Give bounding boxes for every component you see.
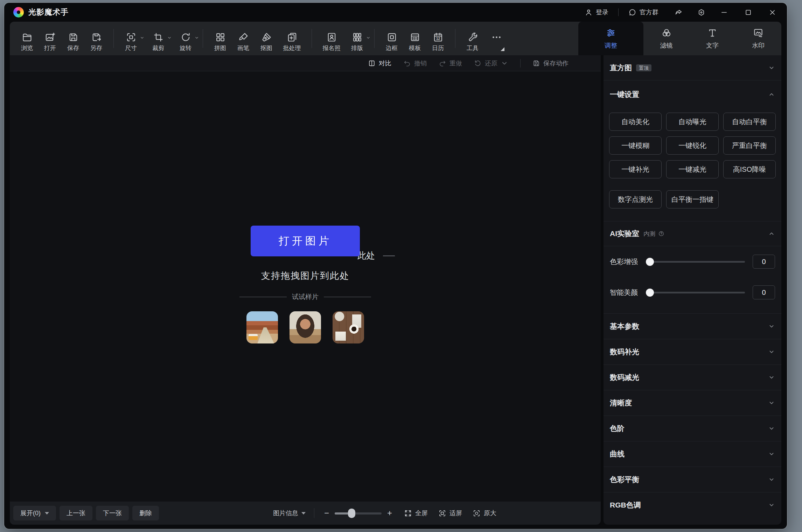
toolbar-calendar[interactable]: 日历 <box>426 26 449 51</box>
text-icon <box>707 28 718 38</box>
toolbar-tools[interactable]: 工具 <box>461 26 484 51</box>
color-enhance-slider[interactable] <box>647 261 745 263</box>
auto-white-balance-button[interactable]: 自动白平衡 <box>723 113 776 131</box>
one-key-blur-button[interactable]: 一键模糊 <box>609 136 662 155</box>
top-strip: 浏览 打开 保存 另存 尺寸 <box>10 22 781 55</box>
tab-filters[interactable]: 滤镜 <box>643 22 689 55</box>
severe-white-balance-button[interactable]: 严重白平衡 <box>723 136 776 155</box>
canvas-toolbar: 对比 撤销 重做 还原 保存动作 <box>10 55 601 71</box>
chevron-down-icon <box>768 425 775 432</box>
adjust-panel: 直方图 置顶 一键设置 自动美化 自动曝光 自动白平衡 一键模糊 一键锐化 严重… <box>604 55 781 525</box>
section-basic-params[interactable]: 基本参数 <box>604 313 781 339</box>
original-size-button[interactable]: 原大 <box>473 509 496 517</box>
toolbar-save[interactable]: 保存 <box>62 26 85 51</box>
tab-watermark[interactable]: 水印 <box>735 22 781 55</box>
redo-button[interactable]: 重做 <box>439 59 462 68</box>
toolbar-resize[interactable]: 尺寸 <box>119 26 142 51</box>
prev-image-button[interactable]: 上一张 <box>60 506 92 520</box>
toolbar-more[interactable] <box>484 26 509 51</box>
chevron-up-icon <box>768 91 775 98</box>
smart-beauty-value[interactable]: 0 <box>753 285 775 299</box>
person-icon <box>585 8 593 16</box>
fit-screen-button[interactable]: 适屏 <box>438 509 462 517</box>
login-button[interactable]: 登录 <box>585 8 608 16</box>
toolbar-browse[interactable]: 浏览 <box>15 26 39 51</box>
section-color-balance[interactable]: 色彩平衡 <box>604 467 781 492</box>
section-one-key-settings[interactable]: 一键设置 <box>604 80 781 108</box>
chevron-down-icon[interactable] <box>366 35 371 40</box>
tab-adjust[interactable]: 调整 <box>578 22 643 55</box>
toolbar-collage[interactable]: 拼图 <box>209 26 232 51</box>
pin-top-badge[interactable]: 置顶 <box>636 64 651 71</box>
slider-thumb[interactable] <box>646 289 654 297</box>
chevron-down-icon[interactable] <box>194 35 199 40</box>
auto-beautify-button[interactable]: 自动美化 <box>609 113 662 131</box>
delete-button[interactable]: 删除 <box>132 506 159 520</box>
tab-text[interactable]: 文字 <box>689 22 735 55</box>
one-key-sharpen-button[interactable]: 一键锐化 <box>666 136 719 155</box>
fullscreen-button[interactable]: 全屏 <box>404 509 428 517</box>
toolbar-save-as[interactable]: 另存 <box>85 26 108 51</box>
main-toolbar: 浏览 打开 保存 另存 尺寸 <box>10 22 578 55</box>
zoom-slider[interactable] <box>335 509 382 518</box>
section-clarity[interactable]: 清晰度 <box>604 390 781 416</box>
toolbar-divider <box>113 29 114 48</box>
crop-icon <box>153 32 164 43</box>
toolbar-border[interactable]: 边框 <box>380 26 403 51</box>
zoom-in-button[interactable]: + <box>386 509 393 517</box>
toolbar-crop[interactable]: 裁剪 <box>147 26 170 51</box>
chevron-down-icon[interactable] <box>140 35 145 40</box>
minimize-button[interactable] <box>720 8 728 16</box>
compare-button[interactable]: 对比 <box>368 59 391 68</box>
digital-spot-metering-button[interactable]: 数字点测光 <box>609 190 662 208</box>
restore-button[interactable]: 还原 <box>474 59 508 68</box>
section-digital-fill-light[interactable]: 数码补光 <box>604 339 781 364</box>
redo-icon <box>439 59 446 67</box>
chevron-down-icon[interactable] <box>167 35 172 40</box>
auto-exposure-button[interactable]: 自动曝光 <box>666 113 719 131</box>
toolbar-cutout[interactable]: 抠图 <box>255 26 278 51</box>
sample-thumbnails <box>246 311 364 343</box>
high-iso-denoise-button[interactable]: 高ISO降噪 <box>723 160 776 178</box>
official-group-button[interactable]: 官方群 <box>628 8 658 16</box>
toolbar-open[interactable]: 打开 <box>39 26 62 51</box>
white-balance-one-touch-button[interactable]: 白平衡一指键 <box>666 190 719 208</box>
section-levels[interactable]: 色阶 <box>604 416 781 441</box>
sample-image-portrait[interactable] <box>290 311 321 343</box>
section-rgb-tone[interactable]: RGB色调 <box>604 492 781 518</box>
one-key-dim-light-button[interactable]: 一键减光 <box>666 160 719 178</box>
zoom-slider-thumb[interactable] <box>348 509 355 518</box>
slider-thumb[interactable] <box>646 258 654 266</box>
bottom-bar-divider <box>314 508 314 518</box>
image-info-button[interactable]: 图片信息 <box>273 509 306 517</box>
settings-button[interactable] <box>697 8 705 16</box>
toolbar-brush[interactable]: 画笔 <box>232 26 255 51</box>
save-icon <box>532 59 540 67</box>
chat-icon <box>628 8 636 16</box>
section-curves[interactable]: 曲线 <box>604 441 781 467</box>
toolbar-rotate[interactable]: 旋转 <box>174 26 197 51</box>
reset-icon <box>474 59 482 67</box>
zoom-out-button[interactable]: − <box>323 509 330 517</box>
save-action-button[interactable]: 保存动作 <box>532 59 569 68</box>
maximize-button[interactable] <box>744 8 752 16</box>
undo-button[interactable]: 撤销 <box>403 59 427 68</box>
close-button[interactable] <box>768 8 776 16</box>
sample-image-desert-road[interactable] <box>246 311 278 343</box>
sample-image-desk-flatlay[interactable] <box>333 311 364 343</box>
toolbar-batch[interactable]: 批处理 <box>278 26 306 51</box>
smart-beauty-slider[interactable] <box>647 292 745 293</box>
section-ai-lab[interactable]: AI实验室 内测 <box>604 221 781 246</box>
color-enhance-value[interactable]: 0 <box>753 255 775 269</box>
expand-button[interactable]: 展开(0) <box>13 506 56 520</box>
toolbar-id-photo[interactable]: 报名照 <box>318 26 346 51</box>
next-image-button[interactable]: 下一张 <box>96 506 129 520</box>
one-key-fill-light-button[interactable]: 一键补光 <box>609 160 662 178</box>
toolbar-template[interactable]: 模板 <box>403 26 426 51</box>
open-image-button[interactable]: 打开图片 <box>251 226 360 256</box>
toolbar-layout[interactable]: 排版 <box>346 26 369 51</box>
section-digital-dim-light[interactable]: 数码减光 <box>604 364 781 390</box>
section-histogram[interactable]: 直方图 置顶 <box>604 55 781 80</box>
question-circle-icon[interactable] <box>658 230 664 237</box>
share-button[interactable] <box>675 8 683 16</box>
